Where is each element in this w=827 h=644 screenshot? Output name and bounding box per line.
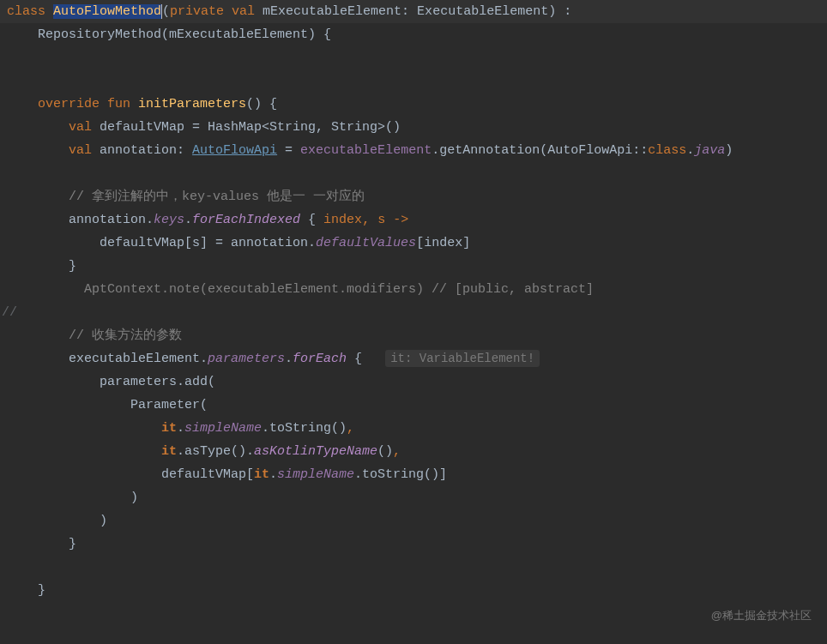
keyword-val: val: [7, 120, 100, 135]
keyword-override: override: [7, 97, 107, 111]
var-ref: s: [192, 236, 200, 250]
code-line[interactable]: RepositoryMethod(mExecutableElement) {: [0, 23, 827, 46]
code-line[interactable]: }: [0, 255, 827, 278]
code-line[interactable]: [0, 162, 827, 185]
function-name: initParameters: [138, 97, 246, 111]
code-text: () {: [246, 97, 277, 111]
code-text: .: [177, 421, 184, 436]
code-line[interactable]: Parameter(: [0, 394, 827, 417]
gutter-comment: //: [0, 301, 17, 324]
keyword-it: it: [161, 444, 177, 459]
code-line[interactable]: AptContext.note(executableElement.modifi…: [0, 278, 827, 301]
code-text: ]: [462, 236, 470, 250]
code-text: executableElement.: [7, 352, 208, 366]
code-line[interactable]: executableElement.parameters.forEach { i…: [0, 347, 827, 370]
keyword-it: it: [254, 467, 269, 482]
code-line[interactable]: class AutoFlowMethod(private val mExecut…: [0, 0, 827, 23]
method-foreach: forEachIndexed: [192, 213, 300, 227]
comma: ,: [362, 213, 377, 227]
code-line[interactable]: annotation.keys.forEachIndexed { index, …: [0, 208, 827, 232]
type-link[interactable]: AutoFlowApi: [192, 143, 277, 158]
code-text: annotation.: [7, 213, 154, 227]
paren: (: [162, 4, 170, 19]
method-ak: asKotlinTypeName: [254, 444, 377, 459]
comment: // 拿到注解的中，key-values 他是一 一对应的: [7, 190, 365, 204]
keyword-class: class: [7, 4, 53, 19]
code-text: Parameter(: [7, 398, 208, 412]
code-text: defaultVMap[: [7, 236, 192, 250]
code-text: ] = annotation.: [200, 236, 316, 250]
keyword-val: val: [232, 4, 263, 19]
code-line[interactable]: [0, 556, 827, 579]
code-text: .toString(): [262, 421, 347, 436]
code-text: RepositoryMethod(mExecutableElement) {: [7, 27, 331, 42]
code-text: .: [686, 143, 694, 158]
property-params: parameters: [208, 352, 285, 366]
code-text: [7, 444, 161, 459]
code-text: .getAnnotation(: [432, 143, 547, 158]
code-line[interactable]: [0, 69, 827, 93]
code-text: ): [7, 514, 107, 528]
type-ref: AutoFlowApi: [547, 143, 632, 158]
comment: // 收集方法的参数: [7, 328, 182, 343]
code-line[interactable]: [0, 46, 827, 69]
code-line[interactable]: ): [0, 509, 827, 533]
code-text: }: [7, 537, 76, 551]
code-text: .toString()]: [354, 467, 447, 482]
code-line[interactable]: [0, 301, 827, 324]
code-line[interactable]: it.asType().asKotlinTypeName(),: [0, 440, 827, 463]
keyword-it: it: [161, 421, 177, 436]
code-text: annotation:: [100, 143, 192, 158]
code-line[interactable]: parameters.add(: [0, 370, 827, 394]
code-line[interactable]: ): [0, 486, 827, 509]
code-line[interactable]: defaultVMap[s] = annotation.defaultValue…: [0, 232, 827, 255]
code-text: [: [416, 236, 424, 250]
property-sn: simpleName: [184, 421, 262, 436]
code-line[interactable]: }: [0, 533, 827, 556]
code-text: defaultVMap = HashMap<String, String>(): [100, 120, 401, 135]
code-line[interactable]: it.simpleName.toString(),: [0, 417, 827, 440]
code-line[interactable]: defaultVMap[it.simpleName.toString()]: [0, 463, 827, 486]
param-decl: mExecutableElement: ExecutableElement) :: [263, 4, 571, 19]
code-text: }: [7, 583, 45, 598]
code-line[interactable]: // 拿到注解的中，key-values 他是一 一对应的: [0, 185, 827, 208]
code-text: (): [377, 444, 393, 459]
keyword-val: val: [7, 143, 100, 158]
comma: ,: [347, 421, 354, 436]
property-java: java: [694, 143, 725, 158]
comma: ,: [393, 444, 401, 459]
code-text: defaultVMap[: [7, 467, 254, 482]
code-text: [7, 421, 161, 436]
keyword-private: private: [170, 4, 232, 19]
code-text: {: [347, 352, 370, 366]
selected-classname: AutoFlowMethod: [53, 4, 161, 19]
keyword-class: class: [648, 143, 686, 158]
code-text: ): [7, 491, 138, 505]
parameter-hint: it: VariableElement!: [385, 350, 540, 367]
code-line[interactable]: }: [0, 579, 827, 602]
code-editor[interactable]: // class AutoFlowMethod(private val mExe…: [0, 0, 827, 602]
property-ref: executableElement: [300, 143, 432, 158]
code-line[interactable]: val annotation: AutoFlowApi = executable…: [0, 139, 827, 162]
code-text: ): [725, 143, 733, 158]
arrow: ->: [385, 213, 408, 227]
method-foreach: forEach: [293, 352, 347, 366]
watermark-text: @稀土掘金技术社区: [711, 604, 812, 627]
code-text: {: [300, 213, 323, 227]
code-text: .: [285, 352, 293, 366]
code-text: .: [184, 213, 192, 227]
code-text: .asType().: [177, 444, 254, 459]
commented-code: AptContext.note(executableElement.modifi…: [7, 282, 594, 297]
property-keys: keys: [154, 213, 184, 227]
lambda-param: s: [377, 213, 385, 227]
code-text: =: [277, 143, 300, 158]
code-text: }: [7, 259, 76, 274]
code-text: .: [269, 467, 277, 482]
var-ref: index: [424, 236, 462, 250]
code-line[interactable]: override fun initParameters() {: [0, 93, 827, 116]
code-line[interactable]: val defaultVMap = HashMap<String, String…: [0, 116, 827, 139]
keyword-fun: fun: [107, 97, 138, 111]
code-text: parameters.add(: [7, 375, 215, 389]
property-dv: defaultValues: [316, 236, 416, 250]
code-line[interactable]: // 收集方法的参数: [0, 324, 827, 347]
